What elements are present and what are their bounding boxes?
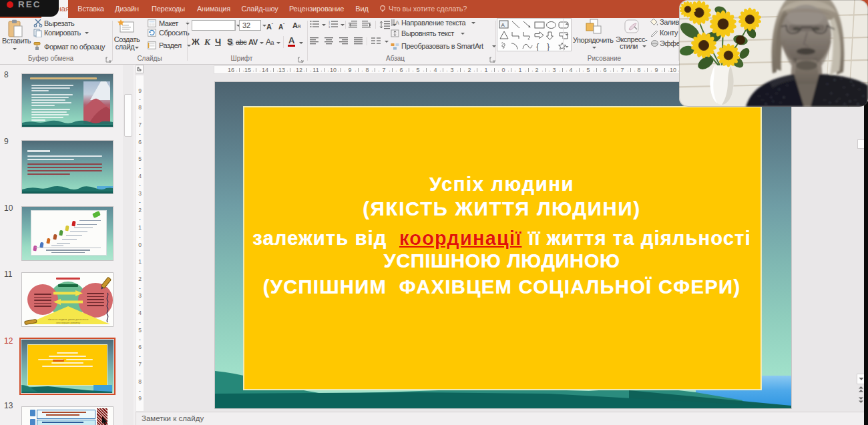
svg-text:пізнання людини, умова досягне: пізнання людини, умова досягнення: [48, 318, 88, 321]
svg-text:A: A: [395, 19, 399, 26]
svg-text:A: A: [501, 22, 505, 28]
svg-text:{: {: [536, 41, 539, 51]
svg-text:3: 3: [329, 25, 331, 29]
svg-text:}: }: [547, 41, 550, 51]
svg-text:нею вершин розвитку: нею вершин розвитку: [56, 322, 80, 324]
